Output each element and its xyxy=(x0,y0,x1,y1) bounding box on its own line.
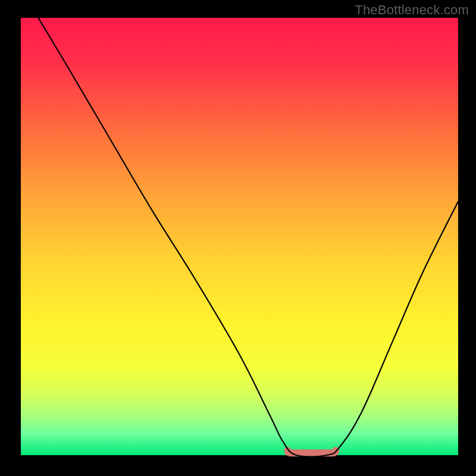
watermark-text: TheBottleneck.com xyxy=(355,2,469,18)
valley-marker xyxy=(287,450,336,453)
plot-background xyxy=(21,18,458,455)
bottleneck-chart xyxy=(0,0,476,476)
